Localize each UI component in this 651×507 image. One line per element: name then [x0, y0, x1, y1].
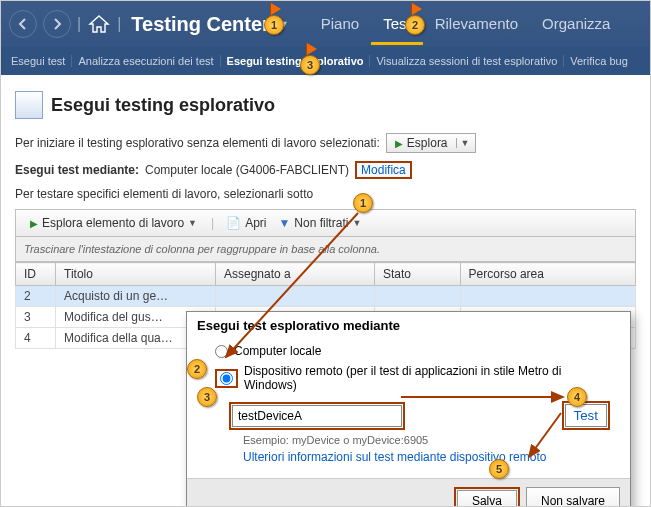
col-assigned[interactable]: Assegnato a [216, 263, 375, 286]
device-example: Esempio: myDevice o myDevice:6905 [197, 432, 620, 448]
intro-text: Per iniziare il testing esplorativo senz… [15, 136, 380, 150]
col-area[interactable]: Percorso area [460, 263, 635, 286]
separator: | [211, 216, 214, 230]
chevron-down-icon[interactable]: ▼ [456, 138, 474, 148]
col-state[interactable]: Stato [375, 263, 461, 286]
specific-text: Per testare specifici elementi di lavoro… [15, 187, 313, 201]
explore-item-button[interactable]: ▶ Esplora elemento di lavoro ▼ [22, 214, 199, 232]
run-via-label: Esegui test mediante: [15, 163, 139, 177]
grid-group-hint: Trascinare l'intestazione di colonna per… [15, 237, 636, 262]
dont-save-button[interactable]: Non salvare [526, 487, 620, 507]
filter-button[interactable]: ▼ Non filtrati ▼ [278, 216, 361, 230]
explore-button[interactable]: ▶ Esplora ▼ [386, 133, 477, 153]
radio-local[interactable] [215, 345, 228, 358]
subnav-verifica-bug[interactable]: Verifica bug [564, 55, 633, 67]
annotation-step-2: 2 [187, 359, 207, 379]
test-connection-button[interactable]: Test [565, 404, 607, 427]
open-icon: 📄 [226, 216, 241, 230]
annotation-top-1: 1 [264, 15, 284, 35]
radio-local-row[interactable]: Computer locale [197, 341, 620, 361]
dialog-title: Esegui test esplorativo mediante [187, 312, 630, 335]
tab-rilevamento[interactable]: Rilevamento [423, 3, 530, 45]
open-label: Apri [245, 216, 266, 230]
col-title[interactable]: Titolo [56, 263, 216, 286]
chevron-down-icon: ▼ [352, 218, 361, 228]
annotation-step-1: 1 [353, 193, 373, 213]
page-icon [15, 91, 43, 119]
subnav-esegui-esplorativo[interactable]: Esegui testing esplorativo [221, 55, 371, 67]
modify-link[interactable]: Modifica [355, 161, 412, 179]
radio-local-label: Computer locale [234, 344, 321, 358]
grid-toolbar: ▶ Esplora elemento di lavoro ▼ | 📄 Apri … [15, 209, 636, 237]
radio-remote-label: Dispositivo remoto (per il test di appli… [244, 364, 610, 392]
back-button[interactable] [9, 10, 37, 38]
play-icon: ▶ [30, 218, 38, 229]
home-button[interactable] [87, 12, 111, 36]
subnav-esegui-test[interactable]: Esegui test [5, 55, 72, 67]
explore-item-label: Esplora elemento di lavoro [42, 216, 184, 230]
filter-icon: ▼ [278, 216, 290, 230]
run-via-value: Computer locale (G4006-FABCLIENT) [145, 163, 349, 177]
separator: | [117, 15, 121, 33]
radio-remote[interactable] [220, 372, 233, 385]
app-title: Testing Center [131, 13, 270, 36]
tab-piano[interactable]: Piano [309, 3, 371, 45]
radio-remote-row[interactable]: Dispositivo remoto (per il test di appli… [197, 361, 620, 395]
separator: | [77, 15, 81, 33]
annotation-step-5: 5 [489, 459, 509, 479]
subnav-analizza[interactable]: Analizza esecuzioni dei test [72, 55, 220, 67]
tab-organizza[interactable]: Organizza [530, 3, 622, 45]
annotation-step-4: 4 [567, 387, 587, 407]
annotation-step-3: 3 [197, 387, 217, 407]
table-row[interactable]: 2Acquisto di un ge… [16, 286, 636, 307]
annotation-top-3: 3 [300, 55, 320, 75]
explore-label: Esplora [407, 136, 448, 150]
play-icon: ▶ [395, 138, 403, 149]
open-button[interactable]: 📄 Apri [226, 216, 266, 230]
filter-label: Non filtrati [294, 216, 348, 230]
page-title: Esegui testing esplorativo [51, 95, 275, 116]
subnav-visualizza-sessioni[interactable]: Visualizza sessioni di test esplorativo [370, 55, 564, 67]
save-button[interactable]: Salva [457, 490, 517, 507]
device-name-input[interactable] [232, 405, 402, 427]
forward-button[interactable] [43, 10, 71, 38]
chevron-down-icon: ▼ [188, 218, 197, 228]
annotation-top-2: 2 [405, 15, 425, 35]
col-id[interactable]: ID [16, 263, 56, 286]
run-test-dialog: Esegui test esplorativo mediante Compute… [186, 311, 631, 507]
